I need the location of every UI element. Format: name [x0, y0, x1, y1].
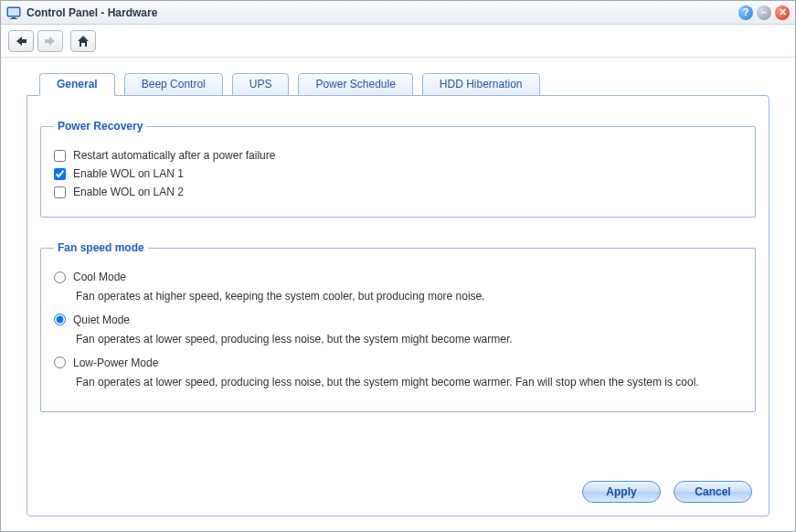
- home-button[interactable]: [70, 30, 96, 52]
- label-low-power-mode[interactable]: Low-Power Mode: [73, 356, 158, 369]
- label-wol-lan2[interactable]: Enable WOL on LAN 2: [73, 186, 184, 198]
- cancel-button[interactable]: Cancel: [674, 481, 752, 503]
- checkbox-wol-lan1[interactable]: [54, 168, 66, 180]
- label-wol-lan1[interactable]: Enable WOL on LAN 1: [73, 167, 184, 180]
- tab-hdd-hibernation[interactable]: HDD Hibernation: [422, 73, 540, 96]
- radio-cool-mode[interactable]: [54, 271, 66, 283]
- desc-quiet-mode: Fan operates at lower speed, producing l…: [76, 332, 742, 347]
- tab-general[interactable]: General: [39, 73, 115, 96]
- option-wol-lan1: Enable WOL on LAN 1: [54, 167, 742, 180]
- content-area: General Beep Control UPS Power Schedule …: [1, 58, 795, 531]
- help-button[interactable]: ?: [738, 5, 753, 20]
- group-power-recovery: Power Recovery Restart automatically aft…: [40, 120, 756, 218]
- tabpanel-general: Power Recovery Restart automatically aft…: [27, 95, 769, 516]
- group-fan-speed: Fan speed mode Cool Mode Fan operates at…: [40, 241, 756, 412]
- tab-beep-control[interactable]: Beep Control: [124, 73, 223, 96]
- svg-rect-3: [10, 18, 17, 19]
- radio-quiet-mode[interactable]: [54, 314, 66, 325]
- toolbar: [1, 25, 795, 58]
- window-title: Control Panel - Hardware: [27, 6, 738, 19]
- forward-button[interactable]: [37, 30, 63, 52]
- label-cool-mode[interactable]: Cool Mode: [73, 271, 126, 283]
- legend-fan-speed: Fan speed mode: [54, 241, 148, 254]
- svg-rect-2: [12, 17, 16, 18]
- minimize-button[interactable]: –: [757, 5, 771, 20]
- dialog-buttons: Apply Cancel: [40, 475, 756, 505]
- nav-buttons: [8, 30, 63, 52]
- window: Control Panel - Hardware ? – ✕ General B…: [0, 0, 796, 532]
- desc-low-power-mode: Fan operates at lower speed, producing l…: [76, 375, 742, 390]
- close-button[interactable]: ✕: [775, 5, 790, 20]
- label-restart-auto[interactable]: Restart automatically after a power fail…: [73, 149, 275, 162]
- back-button[interactable]: [8, 30, 34, 52]
- svg-rect-1: [8, 8, 19, 16]
- desc-cool-mode: Fan operates at higher speed, keeping th…: [76, 289, 742, 304]
- apply-button[interactable]: Apply: [582, 481, 661, 503]
- titlebar: Control Panel - Hardware ? – ✕: [1, 1, 795, 25]
- app-icon: [6, 5, 21, 20]
- option-quiet-mode: Quiet Mode: [54, 314, 742, 326]
- option-cool-mode: Cool Mode: [54, 271, 742, 283]
- option-low-power-mode: Low-Power Mode: [54, 356, 742, 369]
- legend-power-recovery: Power Recovery: [54, 120, 146, 133]
- tab-ups[interactable]: UPS: [232, 73, 290, 96]
- checkbox-restart-auto[interactable]: [54, 150, 66, 162]
- tab-power-schedule[interactable]: Power Schedule: [298, 73, 412, 96]
- option-restart-auto: Restart automatically after a power fail…: [54, 149, 742, 162]
- checkbox-wol-lan2[interactable]: [54, 186, 66, 198]
- tabstrip: General Beep Control UPS Power Schedule …: [39, 72, 769, 95]
- label-quiet-mode[interactable]: Quiet Mode: [73, 314, 130, 326]
- radio-low-power-mode[interactable]: [54, 356, 66, 368]
- window-controls: ? – ✕: [738, 5, 790, 20]
- option-wol-lan2: Enable WOL on LAN 2: [54, 186, 742, 198]
